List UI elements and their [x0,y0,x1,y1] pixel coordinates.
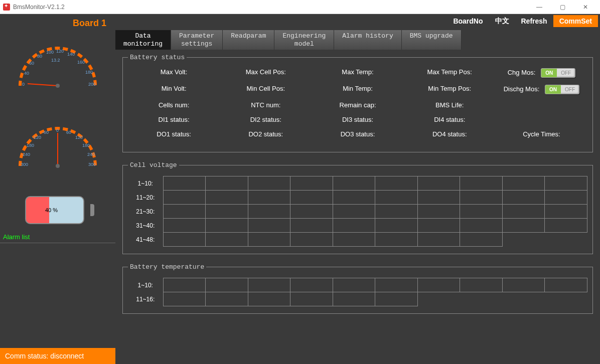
svg-text:0: 0 [22,82,25,87]
tab-parameter-settings[interactable]: Parametersettings [171,30,223,50]
cell-voltage-cell [545,205,587,219]
board-title: Board 1 [0,14,115,31]
temp-cell [290,278,333,292]
row-label: 1~10: [128,278,163,292]
maximize-button[interactable]: ▢ [551,0,574,14]
row-label: 11~20: [128,191,163,205]
cell-voltage-cell [417,205,460,219]
cell-voltage-cell [290,191,333,205]
cell-voltage-cell [545,219,587,233]
gauge1-value: 13.2 [51,58,60,63]
status-label: NTC num: [220,101,312,109]
status-label: DI2 status: [220,116,312,123]
tab-bms-upgrade[interactable]: BMS upgrade [402,30,462,50]
temp-cell [206,292,248,306]
close-button[interactable]: ✕ [574,0,597,14]
cell-voltage-cell [163,176,206,191]
window-title: BmsMonitor-V2.1.2 [13,4,65,11]
cell-voltage-cell [163,233,206,247]
temp-cell [333,278,375,292]
battery-temp-table: 1~10:11~16: [128,278,587,306]
status-label: Chg Mos: ONOFF [496,68,587,78]
temp-cell [375,278,418,292]
cell-voltage-cell [502,191,545,205]
tab-alarm-history[interactable]: Alarm history [334,30,401,50]
svg-line-10 [28,84,58,86]
status-label: Max Cell Pos: [220,68,312,78]
status-label: Cells num: [128,101,220,109]
alarm-list [0,243,115,348]
boardno-button[interactable]: BoardNo [447,15,489,27]
temp-cell [502,278,545,292]
svg-point-24 [56,164,60,168]
cell-voltage-cell [375,191,418,205]
cell-voltage-cell [375,219,418,233]
cell-voltage-cell [333,176,375,191]
status-label: Max Volt: [128,68,220,78]
gauge-current: -300-240-180-120-60060120180240300 [10,116,105,181]
status-label: DO3 status: [312,130,403,138]
chg-mos-toggle[interactable]: ONOFF [541,68,575,78]
svg-text:-300: -300 [19,162,28,167]
battery-level: 40 % [25,196,90,226]
cell-voltage-cell [502,176,545,191]
battery-status-legend: Battery status [128,54,187,61]
svg-text:200: 200 [88,82,96,87]
cell-voltage-cell [206,205,248,219]
row-label: 21~30: [128,205,163,219]
svg-text:-240: -240 [21,152,30,157]
cell-voltage-cell [333,191,375,205]
status-label: BMS Life: [404,101,496,109]
cell-voltage-cell [290,233,333,247]
temp-cell [460,278,503,292]
cell-voltage-cell [417,176,460,191]
cell-voltage-cell [206,191,248,205]
status-label [496,101,587,109]
svg-text:60: 60 [66,130,71,135]
svg-text:-120: -120 [32,135,41,140]
cell-voltage-cell [333,205,375,219]
cell-voltage-cell [417,233,460,247]
battery-percent: 40 % [45,207,58,213]
cell-voltage-cell [163,205,206,219]
battery-temp-panel: Battery temperature 1~10:11~16: [122,263,593,314]
tab-data-monitoring[interactable]: Datamonitoring [115,30,171,50]
status-label: DI4 status: [404,116,496,123]
svg-text:240: 240 [87,152,95,157]
cell-voltage-cell [375,205,418,219]
temp-cell [290,292,333,306]
cell-voltage-cell [545,176,587,191]
cell-voltage-cell [417,219,460,233]
cell-voltage-table: 1~10:11~20:21~30:31~40:41~48: [128,176,587,247]
commset-button[interactable]: CommSet [553,15,598,27]
cell-voltage-cell [333,219,375,233]
minimize-button[interactable]: — [528,0,551,14]
svg-text:40: 40 [24,71,29,76]
temp-cell [163,292,206,306]
row-label: 11~16: [128,292,163,306]
cell-voltage-cell [460,233,503,247]
svg-text:60: 60 [29,61,34,66]
tab-readparam[interactable]: Readparam [223,30,274,50]
status-label: DI3 status: [312,116,403,123]
svg-text:120: 120 [75,135,83,140]
cell-voltage-cell [460,219,503,233]
svg-text:-180: -180 [25,143,34,148]
refresh-button[interactable]: Refresh [515,15,553,27]
cell-voltage-cell [502,205,545,219]
titlebar: BmsMonitor-V2.1.2 — ▢ ✕ [0,0,600,14]
svg-point-11 [56,84,60,88]
status-label: DO2 status: [220,130,312,138]
cell-voltage-cell [248,233,290,247]
cell-voltage-panel: Cell voltage 1~10:11~20:21~30:31~40:41~4… [122,161,593,254]
language-button[interactable]: 中文 [489,15,515,28]
status-label: Cycle Times: [496,130,587,138]
row-label: 41~48: [128,233,163,247]
dischg-mos-toggle[interactable]: ONOFF [545,85,579,94]
battery-status-panel: Battery status Max Volt:Max Cell Pos:Max… [122,54,593,152]
cell-voltage-cell [290,205,333,219]
tab-engineering-model[interactable]: Engineeringmodel [274,30,334,50]
cell-voltage-cell [290,219,333,233]
cell-voltage-cell [460,205,503,219]
gauge-voltage: 0406080100120140160180200 13.2 [10,36,105,101]
